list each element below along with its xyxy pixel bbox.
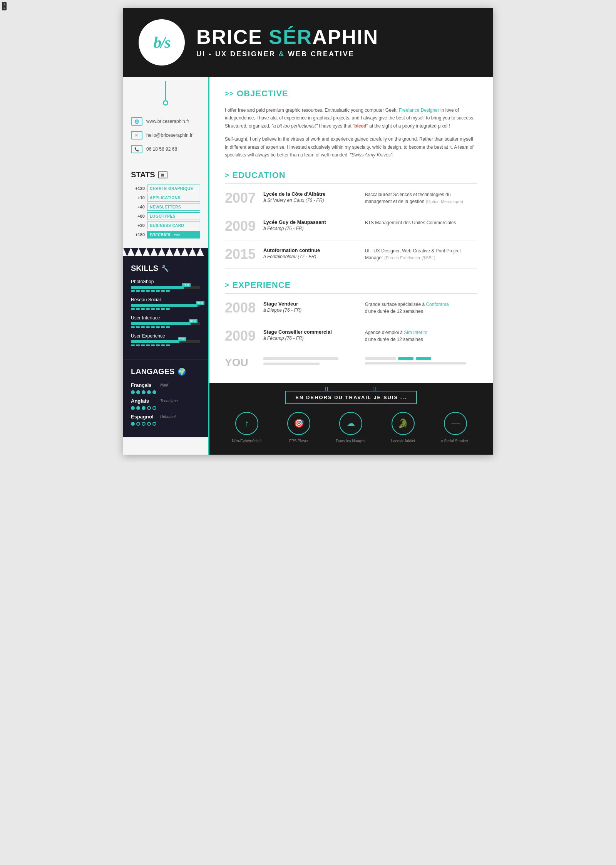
stat-bar-charte: CHARTE GRAPHIQUE	[147, 185, 200, 192]
objective-p1: I offer free and paid premium graphic re…	[225, 106, 477, 130]
contact-website[interactable]: 🌐 www.briceseraphin.fr	[131, 117, 200, 126]
edu-details-2009: Lycée Guy de Maupassant à Fécamp (76 - F…	[263, 219, 357, 231]
edu-school-2015: Autoformation continue	[263, 247, 357, 253]
globe-icon: 🌍	[177, 368, 186, 376]
outside-item-neo: ↑ Néo-Évhéméristé	[232, 412, 261, 443]
outside-item-smoker: — « Serial Smoker !	[441, 412, 470, 443]
contact-phone[interactable]: 📞 06 18 58 92 68	[131, 145, 200, 153]
website-icon: 🌐	[131, 117, 142, 126]
fps-icon: 🎯	[287, 412, 310, 435]
amp-symbol: &	[279, 50, 285, 58]
outside-title-wrapper: EN DEHORS DU TRAVAIL JE SUIS ...	[221, 391, 481, 404]
experience-section: > EXPERIENCE 2008 Stage Vendeur à Dieppe…	[225, 280, 477, 375]
placeholder-bar-2	[263, 363, 320, 365]
outside-items: ↑ Néo-Évhéméristé 🎯 FPS Player ☁ Dans le…	[221, 412, 481, 443]
stat-bar-bizcard: BUSINESS CARD	[147, 222, 200, 229]
name-teal: SÉR	[269, 26, 312, 48]
exp-details-2008: Stage Vendeur à Dieppe (76 - FR)	[263, 301, 357, 313]
languages-section: LANGAGES 🌍 Français Natif Anglais	[123, 359, 208, 437]
skill-fill-ux	[131, 340, 179, 343]
outside-section: EN DEHORS DU TRAVAIL JE SUIS ... ↑ Néo-É…	[209, 383, 493, 455]
year-2007: 2007	[225, 191, 256, 205]
smoker-icon: —	[444, 412, 467, 435]
neo-icon: ↑	[235, 412, 258, 435]
freelance-designer-text: Freelance Designer	[399, 107, 439, 113]
skill-fill-photoshop	[131, 286, 184, 289]
year-you: YOU	[225, 357, 256, 368]
languages-title: LANGAGES 🌍	[131, 367, 200, 376]
stat-num-newsletters: +40	[131, 205, 147, 209]
conforama-text: Conforama	[426, 302, 449, 307]
placeholder-bar-4	[365, 362, 466, 364]
stat-label-charte: CHARTE GRAPHIQUE	[150, 186, 193, 191]
year-edu-2009: 2009	[225, 219, 256, 233]
exp-location-2009: à Fécamp (76 - FR)	[263, 336, 357, 341]
header-name-block: BRICE SÉRAPHIN UI - UX DESIGNER & WEB CR…	[196, 27, 378, 58]
edu-school-2009: Lycée Guy de Maupassant	[263, 219, 357, 225]
phone-text: 06 18 58 92 68	[146, 146, 177, 152]
stat-label-bizcard: BUSINESS CARD	[150, 223, 184, 228]
stat-num-charte: +120	[131, 186, 147, 191]
phone-icon: 📞	[131, 145, 142, 153]
stat-num-apps: +10	[131, 195, 147, 200]
skill-photoshop: PhotoShop	[131, 279, 200, 292]
lacoste-icon: 🐊	[392, 412, 415, 435]
stats-icon: ▦	[158, 171, 167, 178]
stat-label-newsletters: NEWSLETTERS	[150, 205, 181, 209]
edu-location-2015: à Fontainebleau (77 - FR)	[263, 254, 357, 259]
objective-arrow: >>	[225, 90, 234, 98]
skill-reseau: Réseau Social	[131, 297, 200, 310]
education-section: > EDUCATION 2007 Lycée de la Côte d'Albâ…	[225, 170, 477, 269]
stat-apps: +10 APPLICATIONS	[131, 194, 200, 202]
edu-school-2007: Lycée de la Côte d'Albâtre	[263, 191, 357, 197]
logo-text: b/s	[153, 33, 170, 52]
skill-track-ux	[131, 340, 200, 343]
skill-dots-ux	[131, 344, 200, 346]
name-part3: APHIN	[312, 26, 378, 48]
lang-name-espagnol: Espagnol	[131, 414, 158, 420]
tools-icon: 🔧	[161, 265, 169, 272]
lang-level-francais: Natif	[160, 383, 181, 387]
bleed-text: bleed	[354, 123, 366, 129]
objective-p2: Self-taught, I only believe in the virtu…	[225, 135, 477, 159]
skills-section: SKILLS 🔧 PhotoShop Réseau Social	[123, 256, 208, 359]
contact-section: 🌐 www.briceseraphin.fr ✉ hello@bricesera…	[123, 113, 208, 166]
lang-level-anglais: Technique	[160, 399, 181, 403]
sidebar-connector	[123, 77, 208, 113]
edu-details-2015: Autoformation continue à Fontainebleau (…	[263, 247, 357, 259]
connector-line	[165, 81, 166, 100]
objective-title-text: OBJECTIVE	[237, 89, 288, 99]
skill-fill-ui	[131, 322, 191, 325]
edu-desc-muted-2007: (Option Mercatique)	[426, 199, 463, 204]
swiss-army-text: "Swiss Army Knives"	[350, 152, 392, 158]
exp-desc-2008: Grande surface spécialisée à Conforamad'…	[365, 301, 477, 315]
stat-charte: +120 CHARTE GRAPHIQUE	[131, 185, 200, 192]
lang-name-anglais: Anglais	[131, 398, 158, 404]
website-text: www.briceseraphin.fr	[146, 119, 189, 124]
nuages-icon: ☁	[339, 412, 362, 435]
exp-details-2009: Stage Conseiller commercial à Fécamp (76…	[263, 329, 357, 341]
experience-title: > EXPERIENCE	[225, 280, 477, 294]
connector-dot	[163, 100, 168, 106]
header: b/s BRICE SÉRAPHIN UI - UX DESIGNER & WE…	[123, 8, 493, 77]
edu-location-2007: à St Valery en Caux (76 - FR)	[263, 198, 357, 203]
outside-title-text: EN DEHORS DU TRAVAIL JE SUIS ...	[295, 395, 407, 400]
resume-wrapper: 23 b/s BRICE SÉRAPHIN UI - UX DESIGNER &…	[123, 8, 493, 455]
experience-entry-2009: 2009 Stage Conseiller commercial à Fécam…	[225, 322, 477, 350]
skill-fill-reseau	[131, 304, 198, 307]
name-part1: BRICE	[196, 26, 269, 48]
exp-title-2008: Stage Vendeur	[263, 301, 357, 307]
lacoste-label: LacosteAddict	[391, 439, 415, 443]
stat-num-freebies: +180	[131, 232, 147, 237]
contact-email[interactable]: ✉ hello@briceseraphin.fr	[131, 131, 200, 139]
lang-dots-francais	[131, 390, 156, 394]
edu-desc-2007: Baccalauréat Sciences et technologies du…	[365, 191, 477, 205]
education-arrow: >	[225, 171, 229, 180]
placeholder-bar-teal-2	[416, 357, 431, 360]
lang-espagnol: Espagnol Débutant	[131, 414, 200, 426]
exp-title-2009: Stage Conseiller commercial	[263, 329, 357, 335]
smoker-label: « Serial Smoker !	[441, 439, 470, 443]
education-title: > EDUCATION	[225, 170, 477, 184]
stat-num-bizcard: +30	[131, 223, 147, 228]
stat-bar-apps: APPLICATIONS	[147, 194, 200, 202]
